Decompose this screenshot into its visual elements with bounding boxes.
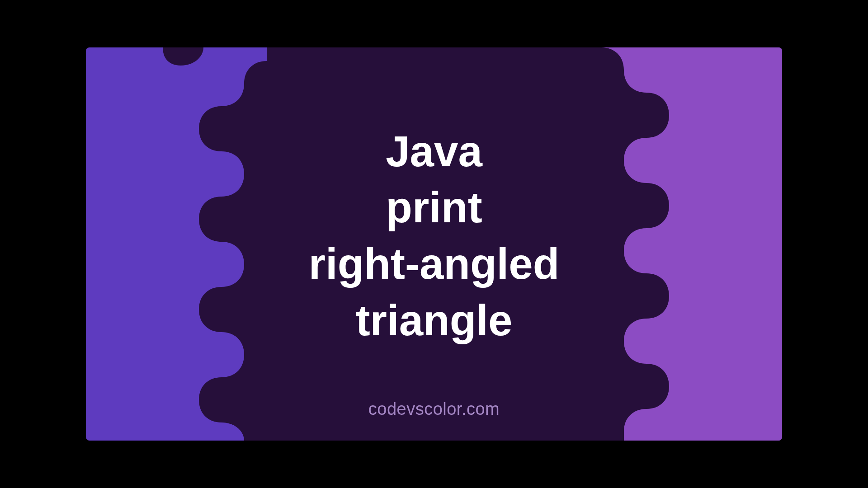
watermark-text: codevscolor.com (368, 399, 500, 419)
banner-title: Java print right-angled triangle (309, 123, 560, 349)
banner-card: Java print right-angled triangle codevsc… (86, 47, 782, 441)
